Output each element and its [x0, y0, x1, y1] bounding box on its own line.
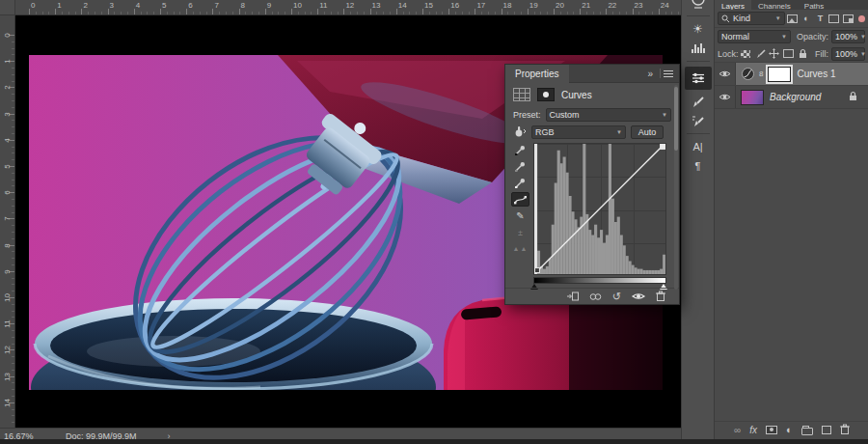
lock-artboard-icon[interactable] — [782, 47, 796, 60]
filter-shape-icon[interactable] — [827, 13, 841, 25]
opacity-field[interactable]: 100% ▼ — [831, 30, 865, 43]
vertical-ruler[interactable]: 01234567891011121314 — [0, 15, 15, 428]
preset-row: Preset: Custom ▼ — [505, 106, 679, 124]
lock-row: Lock: Fill: 100% ▼ — [715, 45, 868, 63]
lock-pixels-icon[interactable] — [753, 47, 767, 60]
photoshop-window: 0123456789101112131415161718192021222324… — [0, 0, 868, 444]
properties-footer: ↺ — [505, 288, 679, 304]
gray-point-eyedropper-icon[interactable] — [511, 159, 529, 174]
adjustments-panel-icon[interactable]: ☀ — [682, 19, 715, 39]
toggle-visibility-icon[interactable] — [632, 288, 645, 305]
clip-to-layer-icon[interactable] — [567, 288, 579, 305]
mask-link-icon[interactable]: 8 — [759, 69, 763, 78]
preset-dropdown[interactable]: Custom ▼ — [546, 108, 671, 122]
edit-points-tool-icon[interactable] — [511, 192, 529, 207]
tab-properties[interactable]: Properties — [505, 65, 569, 83]
properties-panel-icon[interactable] — [685, 67, 712, 90]
channel-dropdown[interactable]: RGB ▼ — [531, 125, 626, 139]
filter-adjustment-icon[interactable]: ◐ — [800, 13, 813, 25]
chevron-down-icon: ▼ — [857, 34, 866, 40]
ruler-corner[interactable] — [0, 0, 15, 15]
layer-name[interactable]: Background — [770, 92, 821, 102]
layer-mask-thumbnail[interactable] — [768, 67, 791, 82]
new-adjustment-icon[interactable]: ◐ — [786, 424, 793, 435]
tab-channels[interactable]: Channels — [751, 0, 798, 10]
smooth-curve-icon[interactable]: ± — [511, 225, 529, 239]
character-panel-icon[interactable]: A| — [682, 137, 715, 156]
chevron-down-icon: ▼ — [659, 112, 667, 118]
layers-list: 8 Curves 1 Background — [715, 63, 868, 109]
collapse-panel-icon[interactable]: » — [643, 69, 657, 79]
curve-line[interactable] — [534, 144, 665, 274]
auto-button[interactable]: Auto — [631, 125, 664, 139]
layer-style-icon[interactable]: fx — [749, 425, 757, 435]
mask-view-icon[interactable] — [537, 88, 555, 101]
chevron-down-icon: ▼ — [773, 15, 781, 21]
preset-label: Preset: — [513, 110, 541, 120]
properties-tab-row: Properties » — [505, 65, 679, 83]
horizontal-ruler[interactable]: 0123456789101112131415161718192021222324 — [15, 0, 681, 15]
clipping-warning-icon[interactable]: ▲▲ — [511, 241, 529, 256]
reset-adjustment-icon[interactable]: ↺ — [612, 291, 621, 302]
lock-all-icon[interactable] — [796, 47, 809, 60]
filter-type-icon[interactable]: T — [814, 13, 827, 25]
search-icon — [721, 14, 730, 23]
lock-transparent-icon[interactable] — [740, 47, 753, 60]
filter-toggle-icon[interactable] — [858, 15, 865, 22]
add-mask-icon[interactable] — [766, 426, 777, 434]
layers-panel: Layers Channels Paths Kind ▼ ◐ T Normal … — [714, 0, 868, 444]
filter-image-icon[interactable] — [786, 13, 800, 25]
channel-row: RGB ▼ Auto — [505, 124, 679, 141]
window-bottom-edge — [0, 439, 868, 444]
paragraph-panel-icon[interactable]: ¶ — [682, 156, 715, 176]
histogram-panel-icon[interactable] — [682, 39, 715, 58]
layers-footer: ∞ fx ◐ — [715, 421, 868, 437]
curve-point-highlights[interactable] — [661, 144, 665, 149]
delete-adjustment-icon[interactable] — [656, 288, 665, 305]
panel-dock: ☀ A| ¶ — [681, 0, 714, 444]
fill-label: Fill: — [815, 49, 828, 59]
curves-grid[interactable] — [533, 143, 666, 275]
properties-panel: Properties » Curves Preset: Custom ▼ — [504, 64, 680, 305]
layer-row-curves[interactable]: 8 Curves 1 — [715, 63, 868, 86]
white-point-eyedropper-icon[interactable] — [511, 176, 529, 190]
curves-adjustment-thumbnail[interactable] — [741, 67, 755, 81]
pencil-tool-icon[interactable]: ✎ — [511, 208, 529, 223]
targeted-adjustment-icon[interactable] — [513, 125, 527, 140]
panel-menu-icon[interactable] — [664, 70, 673, 77]
new-group-icon[interactable] — [801, 428, 813, 435]
panel-title: Curves — [561, 90, 592, 100]
previous-state-icon[interactable] — [589, 288, 602, 305]
curves-header: Curves — [505, 83, 679, 106]
lock-position-icon[interactable] — [768, 47, 781, 60]
layer-name[interactable]: Curves 1 — [797, 69, 835, 79]
background-layer-thumbnail[interactable] — [741, 90, 764, 105]
tab-layers[interactable]: Layers — [715, 0, 751, 10]
black-point-eyedropper-icon[interactable] — [511, 143, 529, 157]
layers-panel-tabs: Layers Channels Paths — [715, 0, 868, 10]
input-gradient-ramp — [533, 277, 666, 284]
brush-settings-panel-icon[interactable] — [682, 111, 715, 130]
curve-point-shadows[interactable] — [534, 268, 539, 273]
brushes-panel-icon[interactable] — [682, 92, 715, 111]
blend-mode-dropdown[interactable]: Normal ▼ — [718, 30, 791, 43]
color-panel-icon[interactable] — [682, 0, 715, 13]
delete-layer-icon[interactable] — [840, 424, 850, 436]
layer-row-background[interactable]: Background — [715, 86, 868, 109]
adjustment-controls-icon[interactable] — [513, 88, 530, 101]
new-layer-icon[interactable] — [822, 426, 831, 434]
visibility-eye-icon[interactable] — [715, 63, 736, 85]
filter-smart-object-icon[interactable] — [842, 13, 855, 25]
visibility-eye-icon[interactable] — [715, 86, 736, 108]
chevron-down-icon: ▼ — [778, 34, 787, 40]
chevron-down-icon: ▼ — [613, 129, 622, 135]
link-layers-icon[interactable]: ∞ — [734, 425, 741, 435]
tab-paths[interactable]: Paths — [798, 0, 830, 10]
panel-scrollbar-thumb[interactable] — [674, 87, 678, 151]
opacity-label: Opacity: — [797, 32, 828, 42]
fill-field[interactable]: 100% ▼ — [831, 47, 865, 61]
filter-kind-dropdown[interactable]: Kind ▼ — [718, 12, 785, 25]
lock-label: Lock: — [718, 49, 739, 59]
lock-badge-icon[interactable] — [849, 91, 857, 103]
curves-tools: ✎ ± ▲▲ — [508, 143, 532, 256]
